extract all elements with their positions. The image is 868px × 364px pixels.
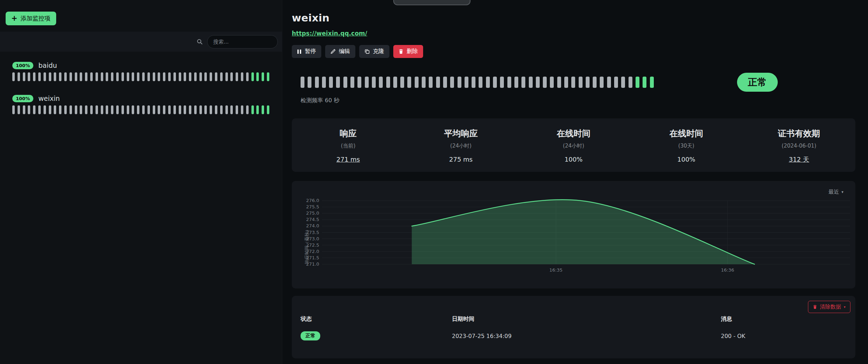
beat-placeholder (54, 105, 56, 114)
beat-placeholder (199, 105, 202, 114)
beat-placeholder (59, 105, 61, 114)
beat-placeholder (614, 77, 618, 88)
beat-up (256, 105, 259, 114)
beat-placeholder (90, 72, 93, 81)
monitor-url-link[interactable]: https://weixin.qq.com/ (292, 30, 367, 37)
svg-text:272.5: 272.5 (306, 242, 319, 248)
beat-placeholder (153, 105, 155, 114)
events-table: 状态 日期时间 消息 正常 2023-07-25 16:34:09 200 - … (301, 316, 847, 340)
beat-up (262, 105, 264, 114)
event-status-cell: 正常 (301, 331, 452, 340)
beat-placeholder (101, 72, 103, 81)
monitor-name: weixin (38, 95, 60, 102)
beat-placeholder (514, 77, 518, 88)
beat-placeholder (12, 72, 15, 81)
beat-placeholder (163, 105, 165, 114)
beat-placeholder (236, 105, 238, 114)
beat-placeholder (137, 105, 139, 114)
monitor-item-weixin[interactable]: 100%weixin (6, 92, 276, 118)
beat-placeholder (521, 77, 525, 88)
page-title: weixin (292, 12, 855, 24)
clear-data-button[interactable]: 清除数据 ▾ (808, 301, 850, 313)
beat-placeholder (28, 72, 30, 81)
beat-placeholder (90, 105, 93, 114)
svg-text:276.0: 276.0 (306, 198, 319, 203)
clone-button[interactable]: 克隆 (359, 45, 389, 58)
beat-placeholder (142, 72, 145, 81)
edit-label: 编辑 (339, 48, 350, 55)
beat-placeholder (116, 105, 119, 114)
beat-placeholder (153, 72, 155, 81)
beat-up (251, 72, 254, 81)
monitor-item-baidu[interactable]: 100%baidu (6, 59, 276, 85)
trash-icon (813, 305, 817, 309)
beat-placeholder (486, 77, 490, 88)
edit-button[interactable]: 编辑 (325, 45, 355, 58)
chart-card: 最近 ▾ 响应时间（毫秒） 271.0271.5272.0272.5273.02… (292, 181, 855, 288)
stat-subtitle: (24小时) (517, 143, 630, 149)
beat-placeholder (101, 105, 103, 114)
search-input[interactable] (207, 35, 278, 48)
beat-placeholder (116, 72, 119, 81)
beat-placeholder (106, 105, 108, 114)
beat-placeholder (436, 77, 440, 88)
beat-placeholder (163, 72, 165, 81)
svg-text:16:35: 16:35 (550, 267, 563, 273)
beat-placeholder (12, 105, 15, 114)
beat-placeholder (179, 105, 181, 114)
stat-subtitle: (24小时) (405, 143, 517, 149)
beat-placeholder (147, 72, 150, 81)
svg-text:271.0: 271.0 (306, 261, 319, 267)
beat-placeholder (246, 105, 249, 114)
beat-placeholder (386, 77, 390, 88)
beat-placeholder (236, 72, 238, 81)
add-monitor-label: 添加监控项 (21, 14, 51, 22)
beat-placeholder (23, 105, 25, 114)
beat-placeholder (241, 72, 243, 81)
stat-value: 100% (517, 156, 630, 163)
beat-placeholder (379, 77, 383, 88)
beat-placeholder (173, 105, 176, 114)
beat-placeholder (28, 105, 30, 114)
beat-placeholder (357, 77, 361, 88)
svg-text:274.5: 274.5 (306, 217, 319, 222)
trash-icon (399, 49, 403, 54)
beat-placeholder (111, 72, 113, 81)
beat-placeholder (210, 105, 212, 114)
event-status-badge: 正常 (301, 331, 320, 340)
clear-data-label: 清除数据 (820, 304, 841, 310)
beat-placeholder (329, 77, 333, 88)
beat-placeholder (59, 72, 61, 81)
svg-text:273.0: 273.0 (306, 236, 319, 241)
beat-placeholder (158, 105, 160, 114)
beat-placeholder (168, 105, 171, 114)
beat-placeholder (621, 77, 625, 88)
app-window: + 添加监控项 100%baidu100%weixin weixin https… (0, 0, 868, 364)
svg-text:275.0: 275.0 (306, 211, 319, 216)
beat-placeholder (44, 72, 46, 81)
stat-value: 275 ms (405, 156, 517, 163)
stat-column: 证书有效期(2024-06-01)312 天 (743, 128, 855, 172)
beat-up (251, 105, 254, 114)
delete-button[interactable]: 删除 (393, 45, 423, 58)
beat-placeholder (127, 105, 129, 114)
beat-placeholder (121, 72, 124, 81)
stat-value: 271 ms (292, 156, 405, 163)
beat-up (267, 72, 269, 81)
beat-placeholder (407, 77, 411, 88)
pause-button[interactable]: 暂停 (292, 45, 321, 58)
search-icon[interactable] (197, 39, 203, 45)
beat-placeholder (168, 72, 171, 81)
beat-placeholder (132, 72, 134, 81)
beat-placeholder (132, 105, 134, 114)
sidebar-toolbar (0, 32, 282, 52)
beat-placeholder (85, 72, 87, 81)
beat-placeholder (450, 77, 454, 88)
beat-placeholder (629, 77, 632, 88)
beat-placeholder (215, 105, 217, 114)
status-badge: 正常 (737, 73, 778, 92)
beat-placeholder (49, 105, 51, 114)
svg-text:275.5: 275.5 (306, 204, 319, 209)
beat-placeholder (536, 77, 540, 88)
add-monitor-button[interactable]: + 添加监控项 (6, 12, 56, 25)
